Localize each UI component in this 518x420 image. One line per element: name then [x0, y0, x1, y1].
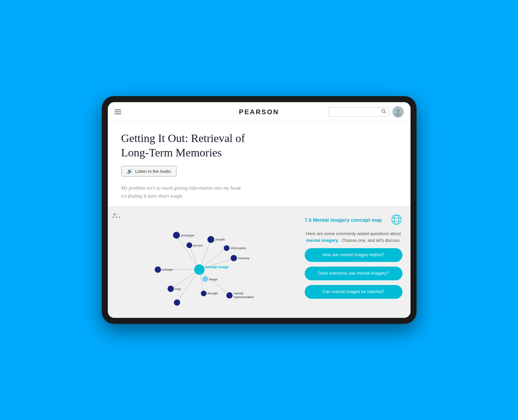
label-information: information — [230, 246, 246, 250]
tablet-frame: PEARSON — [102, 96, 417, 324]
bottom-section: ◀ ─ — [108, 207, 411, 318]
node-thought[interactable] — [201, 290, 206, 296]
search-input[interactable] — [332, 110, 381, 115]
node-image[interactable] — [202, 276, 208, 282]
search-icon — [381, 109, 386, 115]
user-avatar[interactable] — [392, 106, 404, 118]
question-button-2[interactable]: Does everyone use mental imagery? — [305, 267, 402, 280]
right-panel: 7.5 Mental imagery concept map — [297, 207, 411, 318]
top-content: Getting It Out: Retrieval of Long-Term M… — [108, 122, 411, 207]
label-memory: memory — [238, 256, 249, 260]
globe-icon — [390, 214, 402, 226]
node-mental-image-center[interactable] — [194, 264, 205, 275]
svg-line-1 — [384, 112, 386, 114]
node-map[interactable] — [167, 286, 174, 292]
hamburger-menu-button[interactable] — [115, 110, 121, 114]
node-mental-rep[interactable] — [226, 292, 232, 299]
panel-description: Here are some commonly-asked questions a… — [305, 230, 402, 243]
label-people: people — [215, 237, 225, 241]
node-memory[interactable] — [230, 255, 237, 261]
label-person: person — [193, 243, 203, 247]
concept-map-svg: prototype people person information memo… — [115, 214, 290, 311]
node-information[interactable] — [224, 245, 229, 251]
node-people[interactable] — [207, 236, 214, 243]
label-mental-rep-2: representation — [234, 295, 254, 299]
svg-point-15 — [392, 215, 401, 224]
tablet-screen: PEARSON — [108, 102, 411, 318]
svg-point-16 — [394, 215, 399, 224]
node-concept[interactable] — [154, 266, 161, 273]
label-mental-rep-1: mental — [234, 291, 243, 295]
page-title: Getting It Out: Retrieval of Long-Term M… — [121, 131, 397, 160]
svg-line-23 — [391, 218, 392, 218]
label-image: image — [209, 277, 217, 281]
svg-line-22 — [400, 218, 401, 218]
header: PEARSON — [108, 102, 411, 122]
question-button-3[interactable]: Can mental images be harmful? — [305, 285, 402, 299]
label-map: map — [174, 287, 180, 291]
svg-point-3 — [395, 113, 401, 117]
page-quote: My problem isn't so much getting informa… — [121, 184, 397, 200]
label-concept: concept — [161, 268, 172, 271]
question-button-1[interactable]: How are mental images helpful? — [305, 248, 402, 262]
svg-line-20 — [399, 215, 399, 216]
brand-logo: PEARSON — [239, 108, 279, 116]
node-unnamed[interactable] — [174, 299, 180, 306]
panel-title: 7.5 Mental imagery concept map — [305, 217, 382, 223]
svg-line-4 — [176, 235, 199, 270]
concept-map-area: prototype people person information memo… — [108, 207, 297, 318]
svg-point-2 — [396, 109, 400, 112]
header-right — [329, 106, 404, 118]
content-area: Getting It Out: Retrieval of Long-Term M… — [108, 122, 411, 318]
search-box[interactable] — [329, 107, 389, 117]
label-thought: thought — [207, 291, 218, 295]
speaker-icon: 🔊 — [127, 168, 133, 174]
label-prototype: prototype — [181, 233, 194, 237]
svg-line-21 — [393, 215, 394, 216]
node-prototype[interactable] — [173, 232, 180, 239]
listen-audio-button[interactable]: 🔊 Listen to the Audio — [121, 166, 177, 177]
label-mental-image: mental image — [205, 265, 229, 269]
panel-header: 7.5 Mental imagery concept map — [305, 214, 402, 226]
svg-line-14 — [177, 270, 199, 302]
node-person[interactable] — [186, 242, 192, 248]
svg-line-11 — [170, 270, 199, 289]
header-left — [115, 110, 121, 114]
